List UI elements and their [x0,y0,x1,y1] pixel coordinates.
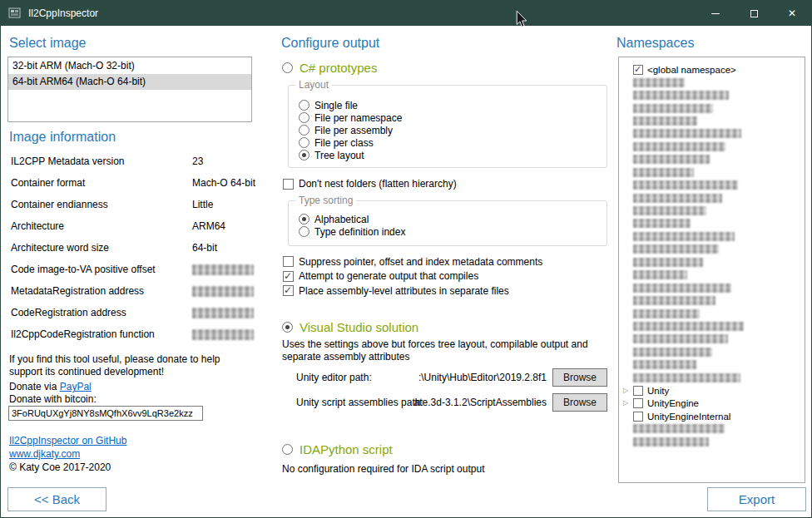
redacted-namespace [633,244,719,254]
redacted-namespace [633,129,741,138]
radio-icon [299,150,309,160]
checkbox-icon [283,179,294,190]
radio-option-type-definition-index[interactable]: Type definition index [299,225,607,238]
unity-editor-browse-button[interactable]: Browse [552,368,607,387]
app-window: Il2CppInspector ✕ Select image 32-bit AR… [0,0,812,518]
redacted-namespace [633,296,715,305]
type-sorting-group-title: Type sorting [295,195,356,206]
checkbox-place-assembly-level-attributes-in-separate-files[interactable]: Place assembly-level attributes in separ… [283,284,609,298]
vs-description: Uses the settings above but forces tree … [282,338,610,363]
minimize-icon [711,13,720,14]
checkbox-attempt-to-generate-output-that-compiles[interactable]: Attempt to generate output that compiles [283,269,609,284]
redacted-namespace [633,168,694,177]
redacted-namespace [633,322,744,331]
namespace-label: UnityEngine [647,398,699,408]
export-button[interactable]: Export [707,487,806,511]
checkbox-suppress-pointer-offset-and-index-metadata-comments[interactable]: Suppress pointer, offset and index metad… [283,254,609,269]
radio-idapython-script[interactable]: IDAPython script [282,442,393,456]
namespace-item-redacted [623,320,805,333]
info-value: Little [192,199,213,210]
unity-script-path-value: ate.3d-3.1.2\ScriptAssemblies [384,397,547,408]
namespace-item-redacted [623,307,805,319]
namespace-item-redacted [623,166,805,179]
info-row: ArchitectureARM64 [11,220,254,242]
checkbox-label: Suppress pointer, offset and index metad… [299,256,542,268]
app-icon [8,7,22,20]
redacted-namespace [633,155,710,164]
namespace-item-unity[interactable]: ▷Unity [623,384,805,397]
radio-option-file-per-class[interactable]: File per class [299,136,607,149]
radio-visual-studio-solution[interactable]: Visual Studio solution [282,320,418,334]
namespace-item-redacted [623,281,805,294]
namespace-label: UnityEngineInternal [647,412,730,422]
namespace-item-redacted [623,191,805,204]
namespaces-list[interactable]: <global namespace>▷Unity▷UnityEngineUnit… [618,57,805,483]
namespace-item-redacted [623,436,805,448]
website-link[interactable]: www.djkaty.com [9,448,80,460]
checkbox-label: Don't nest folders (flatten hierarchy) [299,178,457,190]
back-button[interactable]: << Back [7,487,106,511]
github-link[interactable]: Il2CppInspector on GitHub [9,435,126,446]
info-value: ARM64 [192,220,225,232]
radio-csharp-prototypes[interactable]: C# prototypes [282,61,377,75]
ida-description: No configuration required for IDA script… [282,463,484,475]
radio-icon [299,112,309,123]
configure-output-heading: Configure output [281,36,379,51]
redacted-namespace [633,360,696,369]
radio-option-file-per-namespace[interactable]: File per namespace [299,111,607,124]
redacted-namespace [633,116,697,126]
namespace-item-redacted [623,179,805,191]
info-value: 64-bit [192,242,217,254]
layout-groupbox: Layout Single fileFile per namespaceFile… [288,85,607,168]
radio-icon [282,322,293,333]
redacted-namespace [633,284,731,293]
visual-studio-solution-label: Visual Studio solution [300,320,418,334]
radio-option-file-per-assembly[interactable]: File per assembly [299,124,607,136]
namespace-item-redacted [623,372,805,384]
namespace-item-redacted [623,101,805,114]
expander-icon[interactable]: ▷ [623,400,633,407]
info-label: Container format [11,177,192,189]
expander-icon[interactable]: ▷ [623,387,633,394]
paypal-link[interactable]: PayPal [60,381,92,392]
csharp-checkboxes: Suppress pointer, offset and index metad… [283,254,609,298]
type-sorting-groupbox: Type sorting AlphabeticalType definition… [288,200,607,246]
namespace-item-redacted [623,422,805,435]
checkbox-icon [633,65,643,75]
type-sorting-options: AlphabeticalType definition index [289,201,607,238]
bitcoin-address-input[interactable] [8,406,203,421]
idapython-script-label: IDAPython script [300,442,393,456]
close-button[interactable]: ✕ [773,1,811,26]
namespace-item-global-namespace[interactable]: <global namespace> [623,63,805,76]
radio-option-label: Type definition index [314,226,405,238]
redacted-namespace [633,258,703,267]
info-label: Architecture word size [11,242,192,254]
image-listbox[interactable]: 32-bit ARM (Mach-O 32-bit)64-bit ARM64 (… [7,57,252,122]
radio-option-label: File per class [314,137,374,149]
maximize-button[interactable] [735,1,773,26]
unity-script-browse-button[interactable]: Browse [552,393,607,412]
radio-option-alphabetical[interactable]: Alphabetical [299,213,607,225]
layout-group-title: Layout [295,79,332,91]
info-value: 23 [192,155,203,167]
minimize-button[interactable] [696,1,735,26]
redacted-namespace [633,424,725,433]
radio-icon [299,125,309,136]
info-label: CodeRegistration address [11,307,192,318]
info-row: Il2CppCodeRegistration function [11,328,254,350]
redacted-value [192,264,254,275]
title-bar[interactable]: Il2CppInspector ✕ [1,1,811,26]
redacted-namespace [633,142,725,151]
radio-option-tree-layout[interactable]: Tree layout [299,149,607,161]
namespace-item-unityengineinternal[interactable]: UnityEngineInternal [623,410,805,422]
image-list-item-64-bit-arm64-mach-o-64-bit[interactable]: 64-bit ARM64 (Mach-O 64-bit) [8,74,251,90]
radio-option-single-file[interactable]: Single file [299,99,607,111]
redacted-namespace [633,232,735,241]
namespace-item-unityengine[interactable]: ▷UnityEngine [623,397,805,409]
image-list-item-32-bit-arm-mach-o-32-bit[interactable]: 32-bit ARM (Mach-O 32-bit) [8,58,251,74]
radio-option-label: File per assembly [314,125,393,136]
info-row: CodeRegistration address [11,307,254,328]
checkbox-dont-nest-folders[interactable]: Don't nest folders (flatten hierarchy) [283,178,457,190]
redacted-namespace [633,270,687,279]
info-label: IL2CPP Metadata version [11,155,192,167]
